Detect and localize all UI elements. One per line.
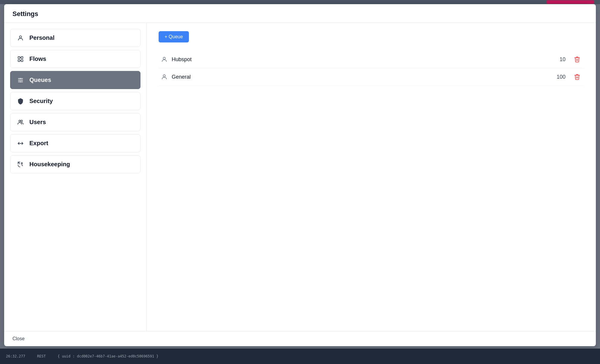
queue-item-general: General 100 <box>159 68 584 86</box>
users-icon <box>16 119 25 126</box>
top-bar-button <box>547 0 594 4</box>
sidebar-item-personal[interactable]: Personal <box>10 29 140 47</box>
queue-delete-hubspot-button[interactable] <box>573 55 582 64</box>
export-icon <box>16 140 25 147</box>
svg-point-18 <box>163 57 165 59</box>
svg-point-0 <box>19 36 21 38</box>
sidebar-item-housekeeping[interactable]: Housekeeping <box>10 155 140 173</box>
queue-person-icon-hubspot <box>161 56 168 63</box>
housekeeping-icon <box>16 161 25 168</box>
svg-point-13 <box>20 81 21 82</box>
sidebar-item-flows[interactable]: Flows <box>10 50 140 68</box>
queue-item-general-count: 100 <box>542 74 566 80</box>
modal-body: Personal Flows <box>4 23 596 331</box>
modal-title: Settings <box>12 10 588 18</box>
shield-icon <box>16 98 25 105</box>
queue-item-hubspot-name: Hubspot <box>172 56 542 63</box>
svg-point-14 <box>19 120 21 122</box>
sidebar-item-queues-label: Queues <box>29 77 51 83</box>
svg-rect-1 <box>18 56 20 58</box>
sidebar-item-export[interactable]: Export <box>10 134 140 152</box>
queue-item-hubspot: Hubspot 10 <box>159 51 584 68</box>
sidebar-item-personal-label: Personal <box>29 34 54 41</box>
flows-icon <box>16 56 25 62</box>
sidebar-item-security-label: Security <box>29 98 53 105</box>
sidebar-item-users[interactable]: Users <box>10 113 140 131</box>
status-bar: 26:32.277 REST { uuid : dcd002e7-46b7-41… <box>0 349 600 364</box>
queues-icon <box>16 77 25 83</box>
settings-modal: Settings Personal <box>4 4 596 346</box>
queue-list: Hubspot 10 <box>159 51 584 86</box>
svg-point-19 <box>163 75 165 77</box>
modal-footer: Close <box>4 331 596 346</box>
top-bar <box>0 0 600 4</box>
close-button[interactable]: Close <box>12 336 25 341</box>
svg-rect-4 <box>21 59 23 61</box>
sidebar: Personal Flows <box>4 23 147 331</box>
queue-person-icon-general <box>161 74 168 80</box>
svg-rect-3 <box>18 59 20 61</box>
sidebar-item-users-label: Users <box>29 119 46 126</box>
add-queue-button[interactable]: + Queue <box>159 31 189 42</box>
status-method: REST <box>37 354 46 358</box>
sidebar-item-flows-label: Flows <box>29 56 46 62</box>
main-content: + Queue Hubspot 10 <box>147 23 596 331</box>
sidebar-item-housekeeping-label: Housekeeping <box>29 161 70 168</box>
svg-point-12 <box>20 78 21 79</box>
person-icon <box>16 35 25 41</box>
sidebar-item-security[interactable]: Security <box>10 92 140 110</box>
svg-rect-2 <box>21 56 23 58</box>
sidebar-item-queues[interactable]: Queues <box>10 71 140 89</box>
modal-header: Settings <box>4 4 596 23</box>
queue-item-general-name: General <box>172 74 542 80</box>
status-timestamp: 26:32.277 <box>6 354 25 358</box>
status-data: { uuid : dcd002e7-46b7-41ae-a452-ed0c506… <box>58 354 159 358</box>
svg-point-15 <box>21 120 23 122</box>
sidebar-item-export-label: Export <box>29 140 48 147</box>
queue-delete-general-button[interactable] <box>573 72 582 81</box>
queue-item-hubspot-count: 10 <box>542 56 566 63</box>
